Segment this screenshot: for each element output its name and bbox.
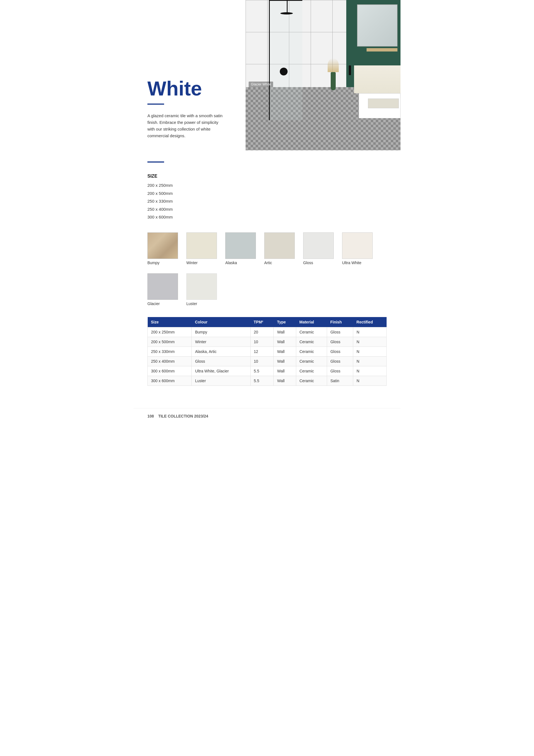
swatch-alaska: Alaska: [225, 232, 256, 265]
swatch-alaska-box: [225, 232, 256, 259]
col-rectified: Rectified: [353, 317, 387, 327]
hero-description: A glazed ceramic tile with a smooth sati…: [147, 113, 225, 139]
cell-tpm: 20: [250, 327, 274, 337]
cell-size: 250 x 330mm: [148, 346, 191, 356]
cell-material: Ceramic: [296, 376, 327, 386]
cell-colour: Ultra White, Glacier: [191, 366, 250, 376]
size-item: 250 x 400mm: [147, 205, 387, 213]
swatch-glacier: Glacier: [147, 273, 178, 306]
swatch-ultra-white: Ultra White: [342, 232, 373, 265]
cell-type: Wall: [274, 366, 296, 376]
swatch-winter-box: [186, 232, 217, 259]
green-vase: [331, 72, 336, 90]
cell-tpm: 5.5: [250, 366, 274, 376]
swatch-bumpy: Bumpy: [147, 232, 178, 265]
table-row: 250 x 330mm Alaska, Artic 12 Wall Cerami…: [148, 346, 387, 356]
size-item: 300 x 600mm: [147, 213, 387, 221]
section-divider: [147, 161, 164, 163]
cell-tpm: 12: [250, 346, 274, 356]
cell-rectified: N: [353, 327, 387, 337]
collection-label: TILE COLLECTION 2023/24: [158, 414, 208, 418]
cell-material: Ceramic: [296, 356, 327, 366]
page-number: 108: [147, 414, 154, 418]
swatch-luster-box: [186, 273, 217, 300]
swatch-bumpy-box: [147, 232, 178, 259]
size-item: 250 x 330mm: [147, 197, 387, 205]
swatch-gloss-box: [303, 232, 334, 259]
size-item: 200 x 500mm: [147, 190, 387, 198]
swatch-winter: Winter: [186, 232, 217, 265]
cell-size: 300 x 600mm: [148, 376, 191, 386]
glass-partition: [269, 0, 302, 120]
col-colour: Colour: [191, 317, 250, 327]
size-list: 200 x 250mm 200 x 500mm 250 x 330mm 250 …: [147, 181, 387, 221]
table-row: 200 x 500mm Winter 10 Wall Ceramic Gloss…: [148, 337, 387, 346]
swatch-artic: Artic: [264, 232, 295, 265]
cell-type: Wall: [274, 346, 296, 356]
table-row: 300 x 600mm Luster 5.5 Wall Ceramic Sati…: [148, 376, 387, 386]
cell-rectified: N: [353, 376, 387, 386]
cell-finish: Satin: [327, 376, 353, 386]
swatch-winter-label: Winter: [186, 260, 197, 265]
cell-size: 300 x 600mm: [148, 366, 191, 376]
hero-section: White A glazed ceramic tile with a smoot…: [134, 0, 400, 150]
col-size: Size: [148, 317, 191, 327]
towels: [368, 98, 399, 108]
cell-rectified: N: [353, 356, 387, 366]
page-footer: 108 TILE COLLECTION 2023/24: [134, 408, 400, 424]
cell-colour: Winter: [191, 337, 250, 346]
image-caption: Glacier White: [249, 82, 273, 87]
shower-head: [280, 5, 294, 13]
cell-finish: Gloss: [327, 366, 353, 376]
cell-tpm: 5.5: [250, 376, 274, 386]
swatches-row-2: Glacier Luster: [147, 273, 387, 306]
cell-colour: Bumpy: [191, 327, 250, 337]
col-type: Type: [274, 317, 296, 327]
cell-finish: Gloss: [327, 346, 353, 356]
cell-colour: Alaska, Artic: [191, 346, 250, 356]
swatch-gloss-label: Gloss: [303, 260, 313, 265]
hero-left-panel: White A glazed ceramic tile with a smoot…: [134, 0, 245, 150]
swatch-alaska-label: Alaska: [225, 260, 237, 265]
swatch-glacier-box: [147, 273, 178, 300]
swatch-luster-label: Luster: [186, 302, 197, 306]
table-row: 250 x 400mm Gloss 10 Wall Ceramic Gloss …: [148, 356, 387, 366]
bathroom-image: Glacier White: [245, 0, 400, 150]
cell-material: Ceramic: [296, 337, 327, 346]
cell-rectified: N: [353, 346, 387, 356]
swatch-artic-box: [264, 232, 295, 259]
swatch-luster: Luster: [186, 273, 217, 306]
swatch-glacier-label: Glacier: [147, 302, 160, 306]
cell-type: Wall: [274, 356, 296, 366]
page: White A glazed ceramic tile with a smoot…: [134, 0, 400, 435]
cell-rectified: N: [353, 337, 387, 346]
swatch-ultra-white-label: Ultra White: [342, 260, 361, 265]
cell-tpm: 10: [250, 356, 274, 366]
cell-tpm: 10: [250, 337, 274, 346]
shower-control: [280, 68, 288, 75]
mirror: [357, 5, 397, 46]
table-row: 200 x 250mm Bumpy 20 Wall Ceramic Gloss …: [148, 327, 387, 337]
cell-finish: Gloss: [327, 337, 353, 346]
swatch-ultra-white-box: [342, 232, 373, 259]
size-section: SIZE 200 x 250mm 200 x 500mm 250 x 330mm…: [147, 174, 387, 221]
vanity-top: [354, 66, 400, 93]
col-material: Material: [296, 317, 327, 327]
swatch-gloss: Gloss: [303, 232, 334, 265]
content-area: SIZE 200 x 250mm 200 x 500mm 250 x 330mm…: [134, 150, 400, 408]
table-header-row: Size Colour TPM² Type Material Finish Re…: [148, 317, 387, 327]
swatches-row-1: Bumpy Winter Alaska Artic Gloss: [147, 232, 387, 265]
col-tpm: TPM²: [250, 317, 274, 327]
tap: [349, 66, 351, 75]
size-item: 200 x 250mm: [147, 181, 387, 190]
product-table: Size Colour TPM² Type Material Finish Re…: [147, 317, 387, 386]
col-finish: Finish: [327, 317, 353, 327]
cell-material: Ceramic: [296, 327, 327, 337]
swatch-artic-label: Artic: [264, 260, 272, 265]
swatch-bumpy-label: Bumpy: [147, 260, 160, 265]
dried-flowers: [328, 58, 339, 72]
cell-type: Wall: [274, 376, 296, 386]
title-divider: [147, 103, 164, 105]
cell-type: Wall: [274, 337, 296, 346]
cell-type: Wall: [274, 327, 296, 337]
